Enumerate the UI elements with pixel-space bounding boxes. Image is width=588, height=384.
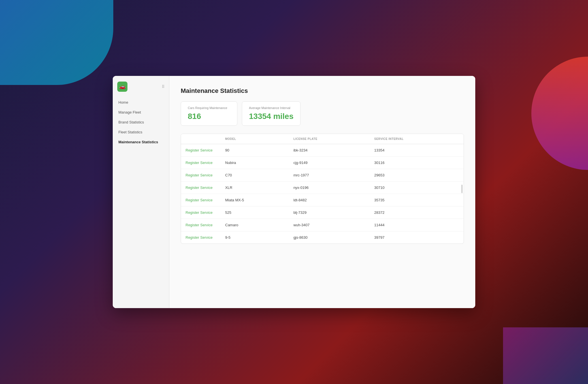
- main-content: Maintenance Statistics Cars Requiring Ma…: [169, 76, 475, 308]
- table-row: Register Service90ibk-323413354: [181, 144, 464, 157]
- col-header-service-interval: Service Interval: [370, 134, 464, 144]
- license-plate-cell-0: ibk-3234: [289, 144, 370, 157]
- sidebar-item-brand-statistics[interactable]: Brand Statistics: [113, 117, 169, 127]
- license-plate-cell-6: wuh-3407: [289, 219, 370, 231]
- table-row: Register ServiceNubiracjg-914930116: [181, 157, 464, 169]
- register-service-cell-1: Register Service: [181, 157, 221, 169]
- model-cell-5: 525: [221, 206, 289, 219]
- stats-cards: Cars Requiring Maintenance 816 Average M…: [181, 101, 464, 126]
- register-service-cell-0: Register Service: [181, 144, 221, 157]
- register-service-cell-7: Register Service: [181, 231, 221, 244]
- register-service-link-3[interactable]: Register Service: [186, 185, 212, 190]
- scrollbar-indicator: [461, 185, 463, 193]
- table-header-row: Model License Plate Service Interval: [181, 134, 464, 144]
- sidebar-item-manage-fleet[interactable]: Manage Fleet: [113, 107, 169, 117]
- model-cell-2: C70: [221, 169, 289, 182]
- col-header-action: [181, 134, 221, 144]
- logo-icon: 🚗: [119, 84, 125, 90]
- table-row: Register ServiceXLRnyx-019630710: [181, 182, 464, 194]
- model-cell-3: XLR: [221, 182, 289, 194]
- bg-decoration-top: [0, 0, 113, 85]
- sidebar-item-maintenance-statistics[interactable]: Maintenance Statistics: [113, 137, 169, 147]
- stat-card-average-interval: Average Maintenance Interval 13354 miles: [242, 101, 301, 126]
- stat-value-interval: 13354 miles: [249, 112, 293, 121]
- table-row: Register ServiceC70mrc-197729653: [181, 169, 464, 182]
- model-cell-1: Nubira: [221, 157, 289, 169]
- maintenance-table-container: Model License Plate Service Interval Reg…: [181, 134, 464, 244]
- register-service-link-7[interactable]: Register Service: [186, 235, 212, 240]
- service-interval-cell-1: 30116: [370, 157, 464, 169]
- stat-label-cars: Cars Requiring Maintenance: [188, 106, 230, 110]
- main-window: 🚗 ⠿ Home Manage Fleet Brand Statistics F…: [113, 76, 475, 308]
- table-body: Register Service90ibk-323413354Register …: [181, 144, 464, 244]
- license-plate-cell-7: gjs-8630: [289, 231, 370, 244]
- model-cell-7: 9-5: [221, 231, 289, 244]
- license-plate-cell-3: nyx-0196: [289, 182, 370, 194]
- table-row: Register Service525blj-732928372: [181, 206, 464, 219]
- register-service-link-5[interactable]: Register Service: [186, 210, 212, 215]
- model-cell-4: Miata MX-5: [221, 194, 289, 206]
- register-service-cell-2: Register Service: [181, 169, 221, 182]
- service-interval-cell-4: 35735: [370, 194, 464, 206]
- table-row: Register Service9-5gjs-863039797: [181, 231, 464, 244]
- sidebar-item-fleet-statistics[interactable]: Fleet Statistics: [113, 127, 169, 137]
- register-service-cell-6: Register Service: [181, 219, 221, 231]
- app-logo: 🚗: [117, 82, 127, 92]
- service-interval-cell-2: 29653: [370, 169, 464, 182]
- grid-menu-icon[interactable]: ⠿: [162, 84, 165, 89]
- license-plate-cell-2: mrc-1977: [289, 169, 370, 182]
- maintenance-table: Model License Plate Service Interval Reg…: [181, 134, 464, 244]
- bg-decoration-bottom-right: [503, 327, 588, 384]
- register-service-link-2[interactable]: Register Service: [186, 173, 212, 177]
- service-interval-cell-6: 11444: [370, 219, 464, 231]
- register-service-cell-4: Register Service: [181, 194, 221, 206]
- bg-decoration-right: [531, 57, 588, 170]
- register-service-link-0[interactable]: Register Service: [186, 148, 212, 152]
- service-interval-cell-5: 28372: [370, 206, 464, 219]
- table-row: Register ServiceMiata MX-5ldt-848235735: [181, 194, 464, 206]
- table-row: Register ServiceCamarowuh-340711444: [181, 219, 464, 231]
- model-cell-0: 90: [221, 144, 289, 157]
- register-service-link-4[interactable]: Register Service: [186, 198, 212, 202]
- sidebar-navigation: Home Manage Fleet Brand Statistics Fleet…: [113, 97, 169, 147]
- license-plate-cell-5: blj-7329: [289, 206, 370, 219]
- register-service-cell-3: Register Service: [181, 182, 221, 194]
- model-cell-6: Camaro: [221, 219, 289, 231]
- service-interval-cell-0: 13354: [370, 144, 464, 157]
- stat-label-interval: Average Maintenance Interval: [249, 106, 293, 110]
- register-service-link-6[interactable]: Register Service: [186, 223, 212, 227]
- table-scroll-area[interactable]: Model License Plate Service Interval Reg…: [181, 134, 464, 244]
- sidebar: 🚗 ⠿ Home Manage Fleet Brand Statistics F…: [113, 76, 169, 308]
- license-plate-cell-4: ldt-8482: [289, 194, 370, 206]
- stat-card-cars-requiring-maintenance: Cars Requiring Maintenance 816: [181, 101, 237, 126]
- stat-value-cars: 816: [188, 112, 230, 121]
- license-plate-cell-1: cjg-9149: [289, 157, 370, 169]
- service-interval-cell-3: 30710: [370, 182, 464, 194]
- page-title: Maintenance Statistics: [181, 87, 464, 95]
- sidebar-item-home[interactable]: Home: [113, 97, 169, 107]
- register-service-cell-5: Register Service: [181, 206, 221, 219]
- col-header-license-plate: License Plate: [289, 134, 370, 144]
- col-header-model: Model: [221, 134, 289, 144]
- sidebar-header: 🚗 ⠿: [113, 82, 169, 97]
- service-interval-cell-7: 39797: [370, 231, 464, 244]
- register-service-link-1[interactable]: Register Service: [186, 161, 212, 165]
